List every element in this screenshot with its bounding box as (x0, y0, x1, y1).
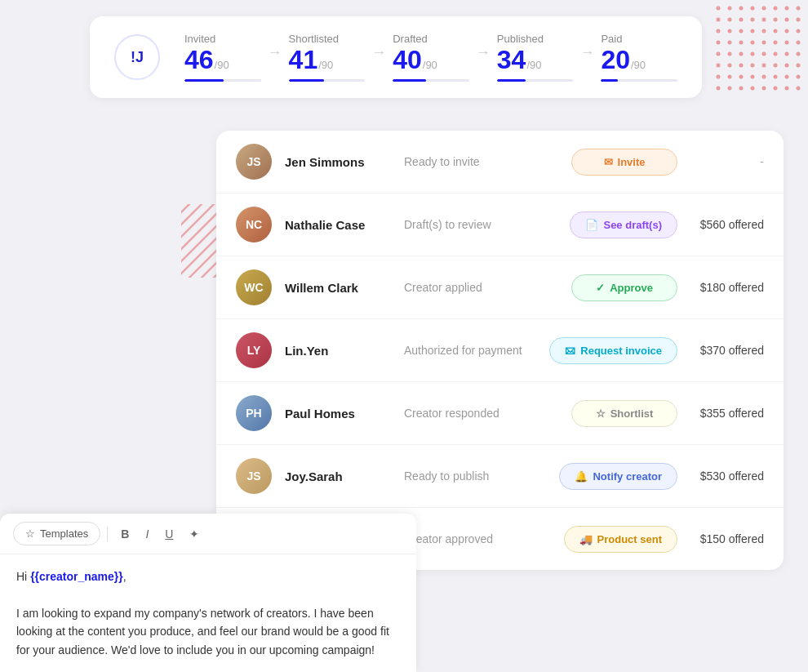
svg-point-42 (739, 64, 744, 68)
action-icon: ☆ (596, 407, 606, 420)
svg-point-24 (717, 41, 721, 45)
creator-list: JS Jen Simmons Ready to invite ✉ Invite … (216, 131, 784, 570)
svg-point-18 (739, 29, 744, 33)
creator-status: Creator applied (404, 281, 558, 294)
offered-amount: $370 offered (690, 344, 764, 357)
svg-point-40 (717, 64, 721, 68)
svg-point-2 (739, 7, 744, 11)
stat-bar (184, 79, 261, 82)
svg-point-45 (774, 64, 778, 68)
stat-bar (601, 79, 677, 82)
stat-item-shortlisted: Shortlisted 41 /90 (289, 33, 366, 82)
svg-point-35 (751, 52, 755, 56)
stat-value: 46 (184, 47, 214, 73)
action-label: Notify creator (593, 470, 662, 483)
action-icon: 📄 (585, 219, 598, 231)
action-label: Invite (618, 156, 646, 168)
svg-point-51 (751, 75, 755, 79)
svg-point-22 (785, 29, 789, 33)
stat-total: /90 (423, 59, 437, 71)
underline-button[interactable]: U (158, 524, 180, 544)
svg-point-5 (774, 7, 778, 11)
italic-button[interactable]: I (139, 524, 155, 544)
creator-row: PH Paul Homes Creator responded ☆ Shortl… (216, 382, 784, 445)
stat-bar-fill (393, 79, 426, 82)
offered-amount: $355 offered (690, 407, 764, 420)
creator-avatar: PH (236, 395, 272, 431)
action-label: Product sent (597, 533, 662, 545)
action-button[interactable]: ☆ Shortlist (571, 400, 677, 427)
stat-total: /90 (318, 59, 333, 71)
bold-button[interactable]: B (114, 524, 135, 544)
creator-row: LY Lin.Yen Authorized for payment 🖂 Requ… (216, 319, 784, 382)
svg-point-37 (774, 52, 778, 56)
action-icon: 🔔 (575, 470, 588, 483)
svg-point-60 (762, 87, 766, 91)
stats-card: !J Invited 46 /90 → Shortlisted 41 /90 →… (90, 16, 702, 98)
creator-row: WC Willem Clark Creator applied ✓ Approv… (216, 256, 784, 319)
svg-point-27 (751, 41, 755, 45)
stat-label: Shortlisted (289, 33, 339, 45)
svg-point-62 (785, 87, 789, 91)
stat-label: Published (497, 33, 544, 45)
svg-point-49 (728, 75, 732, 79)
svg-point-14 (785, 18, 789, 22)
compose-toolbar: ☆ Templates B I U ✦ (0, 514, 416, 554)
svg-point-9 (728, 18, 732, 22)
templates-button[interactable]: ☆ Templates (13, 522, 100, 545)
stat-bar (497, 79, 574, 82)
svg-point-28 (762, 41, 766, 45)
stat-value: 20 (601, 47, 630, 73)
action-button[interactable]: ✓ Approve (571, 274, 677, 301)
offered-dash: - (690, 155, 764, 168)
svg-point-50 (739, 75, 744, 79)
stat-item-published: Published 34 /90 (497, 33, 574, 82)
arrow-separator: → (371, 44, 386, 71)
svg-point-48 (717, 75, 721, 79)
creator-status: Creator responded (404, 407, 558, 420)
creator-name: Paul Homes (285, 407, 391, 421)
creator-avatar: WC (236, 269, 272, 305)
creator-name: Joy.Sarah (285, 470, 391, 483)
stat-label: Invited (184, 33, 215, 45)
brand-logo: !J (114, 34, 160, 80)
creator-avatar: NC (236, 207, 272, 243)
offered-amount: $530 offered (690, 470, 764, 483)
svg-point-7 (797, 7, 801, 11)
svg-point-41 (728, 64, 732, 68)
svg-point-20 (762, 29, 766, 33)
action-button[interactable]: 🖂 Request invoice (549, 337, 677, 364)
svg-point-6 (785, 7, 789, 11)
action-button[interactable]: ✉ Invite (571, 149, 677, 176)
arrow-separator: → (268, 44, 282, 71)
svg-point-19 (751, 29, 755, 33)
offered-amount: $150 offered (690, 532, 764, 545)
svg-point-38 (785, 52, 789, 56)
action-button[interactable]: 📄 See draft(s) (570, 211, 677, 238)
svg-point-15 (797, 18, 801, 22)
stat-bar-fill (601, 79, 618, 82)
svg-point-30 (785, 41, 789, 45)
svg-point-16 (717, 29, 721, 33)
action-button[interactable]: 🚚 Product sent (564, 526, 677, 553)
svg-point-56 (717, 87, 721, 91)
svg-point-26 (739, 41, 744, 45)
creator-name: Willem Clark (285, 281, 391, 295)
action-button[interactable]: 🔔 Notify creator (559, 463, 677, 490)
svg-point-33 (728, 52, 732, 56)
svg-point-44 (762, 64, 766, 68)
svg-point-12 (762, 18, 766, 22)
creator-name: Nathalie Case (285, 218, 391, 232)
svg-point-13 (774, 18, 778, 22)
stat-number: 41 /90 (289, 47, 334, 73)
stat-item-drafted: Drafted 40 /90 (393, 33, 469, 82)
svg-point-23 (797, 29, 801, 33)
stat-total: /90 (215, 59, 229, 71)
stat-label: Paid (601, 33, 622, 45)
star-icon: ☆ (25, 527, 35, 540)
svg-point-21 (774, 29, 778, 33)
stat-total: /90 (526, 59, 541, 71)
creator-status: Draft(s) to review (404, 218, 557, 231)
eraser-button[interactable]: ✦ (183, 524, 206, 544)
svg-point-39 (797, 52, 801, 56)
